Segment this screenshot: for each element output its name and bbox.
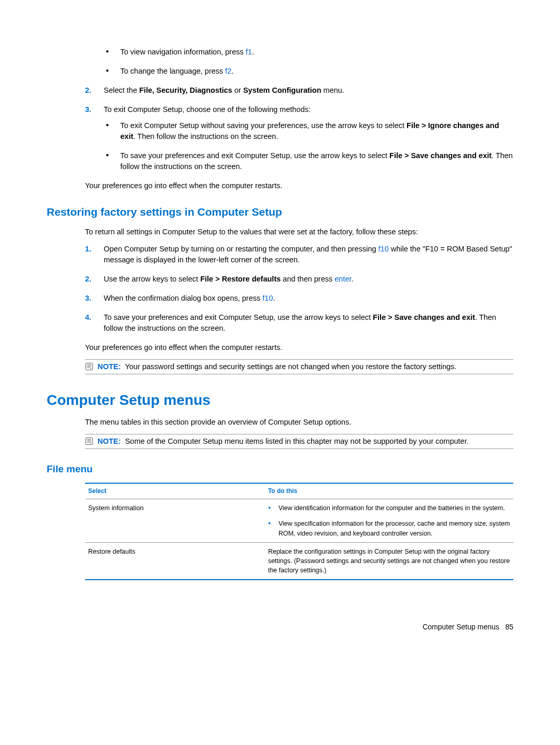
key-f1: f1 xyxy=(246,48,252,56)
text: Some of the Computer Setup menu items li… xyxy=(125,437,469,445)
list-item: View identification information for the … xyxy=(268,503,510,513)
text-bold: File, Security, Diagnostics xyxy=(139,86,232,94)
note-icon xyxy=(85,437,93,445)
table-row: Restore defaults Replace the configurati… xyxy=(85,542,513,580)
text: Select the xyxy=(104,86,139,94)
intro-bullets-container: To view navigation information, press f1… xyxy=(85,47,513,77)
text: When the confirmation dialog box opens, … xyxy=(104,294,262,302)
list-item: Open Computer Setup by turning on or res… xyxy=(85,244,513,265)
file-menu-table: Select To do this System information Vie… xyxy=(85,483,513,580)
cell-select: Restore defaults xyxy=(85,542,265,580)
text: menu. xyxy=(321,86,344,94)
steps-container: Select the File, Security, Diagnostics o… xyxy=(85,85,513,191)
text-bold: System Configuration xyxy=(243,86,321,94)
text: Use the arrow keys to select xyxy=(104,275,200,283)
file-menu-table-container: Select To do this System information Vie… xyxy=(85,483,513,580)
list-item: When the confirmation dialog box opens, … xyxy=(85,293,513,304)
text: or xyxy=(232,86,243,94)
key-enter: enter xyxy=(334,275,351,283)
paragraph: Your preferences go into effect when the… xyxy=(85,342,513,353)
table-header-select: Select xyxy=(85,483,265,499)
heading-computer-setup-menus: Computer Setup menus xyxy=(47,390,513,411)
text: . xyxy=(352,275,354,283)
text: . xyxy=(231,67,233,75)
text-bold: File > Save changes and exit xyxy=(373,313,475,321)
text-bold: File > Save changes and exit xyxy=(389,151,492,160)
list-item: To save your preferences and exit Comput… xyxy=(104,150,513,172)
svg-rect-0 xyxy=(86,363,92,370)
heading-restore-factory: Restoring factory settings in Computer S… xyxy=(47,204,513,220)
text: To view navigation information, press xyxy=(120,48,246,56)
restore-body: To return all settings in Computer Setup… xyxy=(85,227,513,353)
key-f10: f10 xyxy=(379,245,389,253)
note-icon xyxy=(85,362,93,371)
text-bold: File > Restore defaults xyxy=(200,275,281,283)
paragraph: To return all settings in Computer Setup… xyxy=(85,227,513,237)
list-item: View specification information for the p… xyxy=(268,519,510,538)
table-header-todo: To do this xyxy=(265,483,513,499)
text: To change the language, press xyxy=(120,67,225,75)
text: and then press xyxy=(281,275,334,283)
list-item: To view navigation information, press f1… xyxy=(104,47,513,58)
list-item: To exit Computer Setup without saving yo… xyxy=(104,120,513,142)
paragraph: Your preferences go into effect when the… xyxy=(85,180,513,191)
text: . Then follow the instructions on the sc… xyxy=(133,132,278,140)
text: Open Computer Setup by turning on or res… xyxy=(104,245,379,253)
svg-rect-1 xyxy=(86,438,92,445)
note-label: NOTE: xyxy=(97,362,121,371)
text: To exit Computer Setup without saving yo… xyxy=(120,121,407,130)
note-block: NOTE: Your password settings and securit… xyxy=(85,359,513,374)
footer-label: Computer Setup menus xyxy=(423,623,499,631)
text: . xyxy=(273,294,275,302)
table-row: System information View identification i… xyxy=(85,499,513,542)
text: Your password settings and security sett… xyxy=(125,362,456,371)
menus-intro: The menu tables in this section provide … xyxy=(85,417,513,428)
list-item: To save your preferences and exit Comput… xyxy=(85,312,513,334)
paragraph: The menu tables in this section provide … xyxy=(85,417,513,428)
key-f2: f2 xyxy=(225,67,231,75)
note-text: NOTE: Some of the Computer Setup menu it… xyxy=(97,436,469,447)
text: To exit Computer Setup, choose one of th… xyxy=(104,105,311,114)
text: To save your preferences and exit Comput… xyxy=(120,151,389,160)
cell-todo: Replace the configuration settings in Co… xyxy=(265,542,513,580)
cell-todo: View identification information for the … xyxy=(265,499,513,542)
page-number: 85 xyxy=(505,623,513,631)
list-item: Use the arrow keys to select File > Rest… xyxy=(85,274,513,285)
text: To save your preferences and exit Comput… xyxy=(104,313,373,321)
cell-select: System information xyxy=(85,499,265,542)
heading-file-menu: File menu xyxy=(47,462,513,476)
list-item: To exit Computer Setup, choose one of th… xyxy=(85,104,513,172)
list-item: Select the File, Security, Diagnostics o… xyxy=(85,85,513,96)
note-text: NOTE: Your password settings and securit… xyxy=(97,361,456,372)
key-f10: f10 xyxy=(262,294,273,302)
list-item: To change the language, press f2. xyxy=(104,66,513,77)
text: . xyxy=(252,48,254,56)
note-label: NOTE: xyxy=(97,437,121,445)
note-block: NOTE: Some of the Computer Setup menu it… xyxy=(85,434,513,449)
page-footer: Computer Setup menus 85 xyxy=(47,622,513,632)
